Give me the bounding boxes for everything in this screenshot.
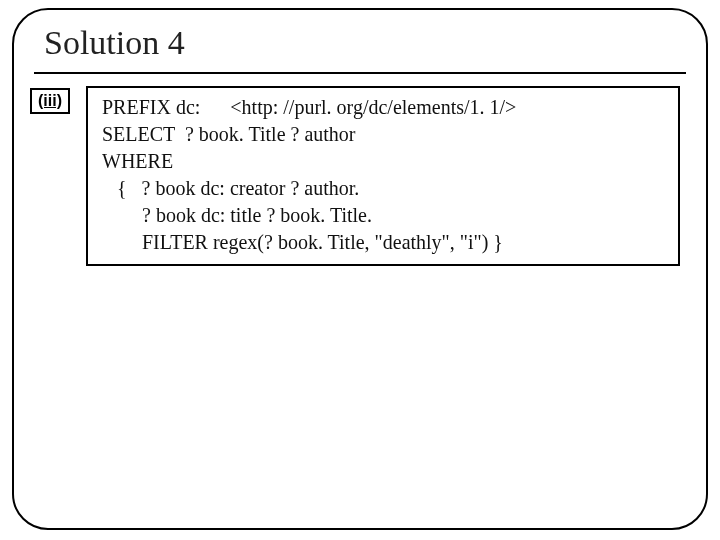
code-line: PREFIX dc: <http: //purl. org/dc/element…: [102, 96, 516, 118]
code-line: SELECT ? book. Title ? author: [102, 123, 356, 145]
page-title: Solution 4: [44, 24, 185, 62]
part-label: (iii): [30, 88, 70, 114]
code-line: { ? book dc: creator ? author.: [102, 177, 359, 199]
code-line: FILTER regex(? book. Title, "deathly", "…: [102, 231, 503, 253]
slide: Solution 4 (iii) PREFIX dc: <http: //pur…: [0, 0, 720, 540]
code-line: ? book dc: title ? book. Title.: [102, 204, 372, 226]
sparql-code: PREFIX dc: <http: //purl. org/dc/element…: [86, 86, 680, 266]
title-underline: [34, 72, 686, 74]
code-line: WHERE: [102, 150, 173, 172]
